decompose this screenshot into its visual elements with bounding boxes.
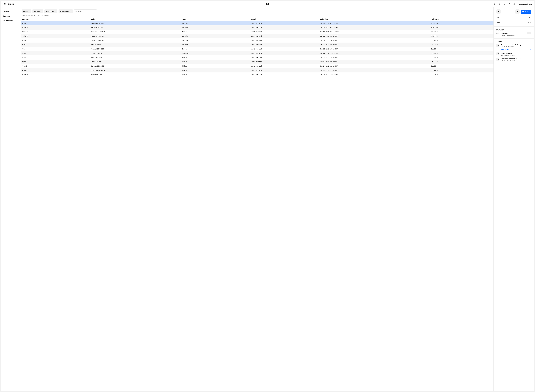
th-order-date[interactable]: Order date [319, 17, 430, 21]
cell-type: Curbside [181, 34, 250, 38]
cell-location: Unit 1 (Itemized) [250, 51, 319, 55]
menu-button[interactable] [3, 2, 6, 6]
svg-point-22 [497, 53, 498, 54]
cell-order: Outdoors #04920799 [90, 30, 181, 34]
cell-type: Delivery [181, 47, 250, 51]
th-type[interactable]: Type [181, 17, 250, 21]
cell-date: Oct. 27, 2022 3:31 pm EDT [319, 47, 430, 51]
table-row[interactable]: Adriana COutdoors #66263371CurbsideUnit … [21, 38, 493, 42]
table-row[interactable]: Adrian GMovies #47659111CurbsideUnit 1 (… [21, 34, 493, 38]
table-row[interactable]: Alaina TToys #07453667DeliveryUnit 1 (It… [21, 42, 493, 47]
cell-order: Movies #22907841 [90, 21, 181, 26]
filter-types[interactable]: All types [32, 9, 43, 13]
cell-location: Unit 1 (Itemized) [250, 47, 319, 51]
svg-point-20 [518, 11, 518, 12]
search-button[interactable] [493, 3, 496, 5]
close-detail-button[interactable] [496, 9, 501, 14]
activity-timestamp: Oct. 31, 2022 10:53 am [501, 54, 531, 56]
cell-order: Sports #15610327 [90, 51, 181, 55]
table-row[interactable]: Alycia LTools #54035581PickupUnit 1 (Ite… [21, 55, 493, 60]
cell-customer: Alyssa H [21, 60, 90, 64]
table-row[interactable]: Aaron PMovies #22907841DeliveryUnit 1 (I… [21, 21, 493, 26]
cell-customer: Adam C [21, 30, 90, 34]
cell-customer: Alex J [21, 51, 90, 55]
chat-button[interactable] [498, 3, 501, 5]
table-row[interactable]: Albert SMovies #55640295DeliveryUnit 1 (… [21, 47, 493, 51]
cell-customer: Adrian G [21, 34, 90, 38]
section-divider [494, 26, 534, 27]
notifications-button[interactable] [503, 3, 506, 5]
mark-as-button[interactable]: Mark as... [521, 10, 531, 14]
payment-status-badge: Paid [527, 32, 531, 34]
help-button[interactable] [513, 3, 516, 5]
filter-sources-label: All sources [46, 10, 54, 12]
table-row[interactable]: Alyssa HBooks #81018457PickupUnit 1 (Ite… [21, 60, 493, 64]
cell-fulfill: Oct. 26, 20 [430, 55, 493, 60]
cell-location: Unit 1 (Itemized) [250, 38, 319, 42]
table-row[interactable]: Amar DGames #90021078PickupUnit 1 (Itemi… [21, 64, 493, 68]
cell-customer: Albert S [21, 47, 90, 51]
search-icon [494, 3, 496, 5]
cell-date: Oct. 31, 2022 10:52 am EDT [319, 21, 430, 26]
account-name[interactable]: Housemade Bistro [518, 3, 532, 5]
cell-location: Unit 1 (Itemized) [250, 21, 319, 26]
total-value: $4.10 [527, 22, 531, 23]
payment-card: Visa 1111 [501, 32, 525, 34]
help-icon [513, 3, 516, 5]
chat-icon [498, 3, 501, 5]
smile-icon [496, 52, 499, 55]
view-details-button[interactable]: View details [501, 49, 531, 50]
cell-fulfill: Nov. 2, 202 [430, 21, 493, 26]
table-row[interactable]: Alex JSports #15610327ShipmentUnit 1 (It… [21, 51, 493, 55]
cell-date: Oct. 26, 2022 5:31 pm EDT [319, 60, 430, 64]
cell-order: Outdoors #66263371 [90, 38, 181, 42]
more-actions-button[interactable] [515, 9, 520, 14]
th-order[interactable]: Order [90, 17, 181, 21]
th-fulfillment[interactable]: Fulfillment [430, 17, 493, 21]
filter-sources[interactable]: All sources [44, 9, 57, 13]
cell-type: Delivery [181, 25, 250, 30]
cell-customer: Amay S [21, 68, 90, 72]
search-input[interactable] [78, 10, 96, 12]
table-row[interactable]: Anabela AKids #85848451PickupUnit 1 (Ite… [21, 72, 493, 77]
cell-date: Oct. 27, 2022 3:53 pm EDT [319, 34, 430, 38]
table-row[interactable]: Aaron WMusic #52985204DeliveryUnit 1 (It… [21, 25, 493, 30]
svg-rect-5 [267, 4, 268, 4]
sidebar-item-order-partners[interactable]: Order Partners [3, 20, 19, 22]
chevron-down-icon [28, 11, 30, 12]
activity-title: Order Created [501, 52, 531, 54]
search-box[interactable] [74, 9, 97, 13]
table-row[interactable]: Adam COutdoors #04920799CurbsideUnit 1 (… [21, 30, 493, 34]
check-icon [496, 44, 499, 47]
cell-order: Kids #85848451 [90, 72, 181, 77]
cell-date: Oct. 31, 2022 10:11 am EDT [319, 25, 430, 30]
detail-panel: Mark as... Tax $0.00 Total $4.10 Payment… [493, 7, 534, 391]
th-location[interactable]: Location [250, 17, 319, 21]
sidebar-item-shipments[interactable]: Shipments [3, 15, 19, 17]
square-logo-icon [266, 3, 269, 5]
svg-point-19 [517, 11, 518, 12]
cell-date: Oct. 27, 2022 3:33 pm EDT [319, 42, 430, 47]
page-title: Orders [8, 3, 14, 5]
chevron-down-icon [70, 11, 71, 12]
bell-icon [503, 3, 506, 5]
filter-status[interactable]: Active [22, 9, 31, 13]
cell-date: Oct. 24, 2022 11:45 am EDT [319, 72, 430, 77]
cell-customer: Alycia L [21, 55, 90, 60]
svg-rect-25 [497, 59, 498, 60]
cell-date: Oct. 24, 2022 2:18 pm EDT [319, 64, 430, 68]
cell-type: Curbside [181, 38, 250, 42]
sidebar-item-overview[interactable]: Overview [3, 10, 19, 12]
th-customer[interactable]: Customer [21, 17, 90, 21]
cell-order: Games #90021078 [90, 64, 181, 68]
cell-location: Unit 1 (Itemized) [250, 30, 319, 34]
payment-section-title: Payment [496, 29, 531, 31]
card-icon [496, 58, 499, 61]
visa-card-icon: VISA [496, 33, 499, 34]
clipboard-button[interactable] [508, 3, 511, 5]
table-row[interactable]: Amay SJewelery #07683697PickupUnit 1 (It… [21, 68, 493, 72]
cell-location: Unit 1 (Itemized) [250, 55, 319, 60]
topbar: Orders Housemade Bistro [1, 1, 534, 7]
filter-locations[interactable]: All Locations [58, 9, 73, 13]
activity-item: Order CreatedOct. 31, 2022 10:53 am [496, 52, 531, 56]
